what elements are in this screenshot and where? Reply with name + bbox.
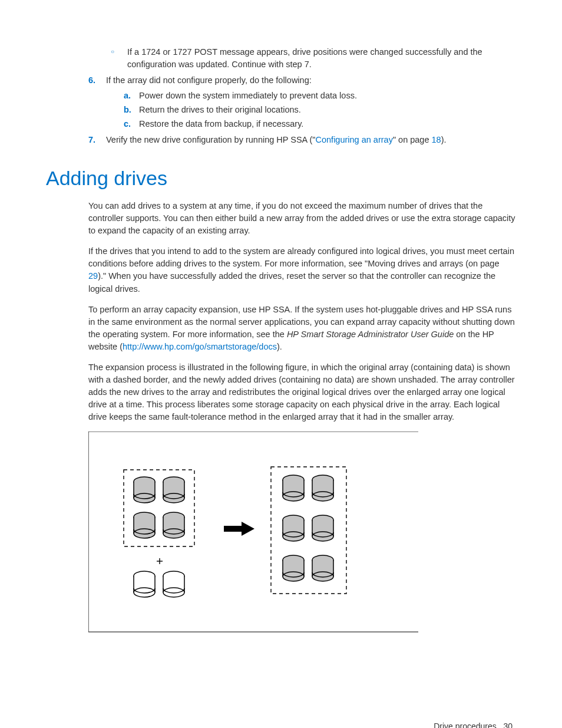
substep-marker: a. <box>124 90 139 102</box>
footer-page-number: 30 <box>503 722 513 728</box>
paragraph: If the drives that you intend to add to … <box>88 245 516 295</box>
page-ref[interactable]: 18 <box>432 135 441 144</box>
step-6: 6. If the array did not configure proper… <box>88 74 516 132</box>
text-part: ). <box>277 342 282 351</box>
substep-text: Power down the system immediately to pre… <box>139 90 357 102</box>
step-text: If the array did not configure properly,… <box>106 75 312 85</box>
paragraph: The expansion process is illustrated in … <box>88 361 516 423</box>
substep-b: b. Return the drives to their original l… <box>124 104 516 116</box>
expansion-figure <box>88 431 516 638</box>
text-part: )." When you have successfully added the… <box>88 271 495 293</box>
external-link[interactable]: http://www.hp.com/go/smartstorage/docs <box>123 342 277 351</box>
xref-link[interactable]: Configuring an array <box>316 135 393 144</box>
substep-c: c. Restore the data from backup, if nece… <box>124 118 516 130</box>
sub-steps: a. Power down the system immediately to … <box>124 90 516 130</box>
doc-title: HP Smart Storage Administrator User Guid… <box>287 330 454 339</box>
sub-bullet-item: ○ If a 1724 or 1727 POST message appears… <box>111 46 516 71</box>
substep-text: Restore the data from backup, if necessa… <box>139 118 303 130</box>
page-ref[interactable]: 29 <box>88 271 98 281</box>
section-heading: Adding drives <box>46 164 516 193</box>
text-part: If the drives that you intend to add to … <box>88 246 514 268</box>
step-7: 7. Verify the new drive configuration by… <box>88 134 516 146</box>
substep-marker: c. <box>124 118 139 130</box>
step-text-part: " on page <box>393 135 432 144</box>
substep-marker: b. <box>124 104 139 116</box>
step-marker: 7. <box>88 134 106 146</box>
page-footer: Drive procedures 30 <box>46 720 516 728</box>
footer-section: Drive procedures <box>434 722 497 728</box>
svg-marker-17 <box>242 522 254 536</box>
bullet-icon: ○ <box>111 46 127 71</box>
substep-text: Return the drives to their original loca… <box>139 104 301 116</box>
paragraph: You can add drives to a system at any ti… <box>88 200 516 237</box>
svg-rect-16 <box>224 526 242 532</box>
sub-bullet-text: If a 1724 or 1727 POST message appears, … <box>127 46 516 71</box>
svg-rect-18 <box>271 467 346 594</box>
step-text-part: ). <box>441 135 447 144</box>
step-text-part: Verify the new drive configuration by ru… <box>106 135 316 144</box>
substep-a: a. Power down the system immediately to … <box>124 90 516 102</box>
step-marker: 6. <box>88 74 106 132</box>
numbered-list: ○ If a 1724 or 1727 POST message appears… <box>88 46 516 146</box>
paragraph: To perform an array capacity expansion, … <box>88 304 516 353</box>
